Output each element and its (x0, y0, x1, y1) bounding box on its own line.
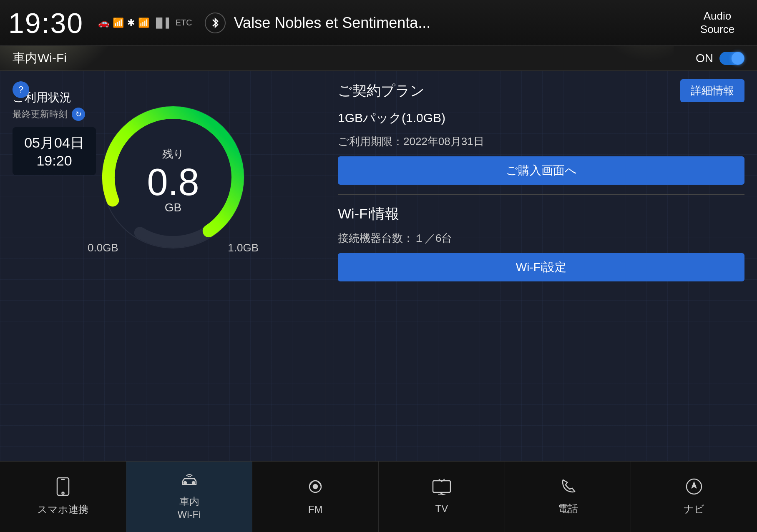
gauge-center-text: 残り 0.8 GB (147, 147, 199, 214)
wifi-toggle[interactable] (719, 52, 744, 65)
plan-name: 1GBパック(1.0GB) (338, 110, 744, 127)
purchase-button[interactable]: ご購入画面へ (338, 156, 744, 185)
gauge-labels: 0.0GB 1.0GB (83, 241, 263, 254)
plan-title: ご契約プラン (338, 81, 425, 100)
wifi-info-title: Wi-Fi情報 (338, 204, 744, 223)
car-wifi-icon (180, 473, 199, 492)
navi-icon (685, 478, 703, 499)
remaining-value: 0.8 (147, 163, 199, 201)
time-display: 19:30 (8, 7, 92, 39)
left-panel: ? ご利用状況 最終更新時刻 ↻ 05月04日 19:20 (0, 71, 325, 461)
remaining-label: 残り (147, 147, 199, 161)
nav-label-navi: ナビ (684, 502, 704, 515)
bluetooth-button[interactable] (205, 13, 226, 33)
smartphone-icon (55, 477, 70, 499)
connected-devices-text: 接続機器台数：１／6台 (338, 231, 744, 246)
bottom-nav: スマホ連携 車内 Wi-Fi FM (0, 461, 757, 532)
svg-point-9 (313, 484, 317, 489)
date-display: 05月04日 (21, 133, 88, 153)
main-content: ? ご利用状況 最終更新時刻 ↻ 05月04日 19:20 (0, 71, 757, 461)
car-icon: 🚗 (98, 18, 109, 28)
wifi-status-icon: 📶 (113, 18, 124, 28)
nav-item-tv[interactable]: TV (379, 462, 505, 532)
gauge-max-label: 1.0GB (228, 241, 259, 254)
fm-icon (306, 477, 324, 499)
toggle-knob (732, 52, 744, 65)
plan-header-row: ご契約プラン 詳細情報 (338, 79, 744, 102)
detail-button[interactable]: 詳細情報 (680, 79, 744, 102)
status-icons: 🚗 📶 ✱ 📶 ▐▌▌ ETC (98, 18, 192, 28)
nav-label-fm: FM (308, 503, 323, 516)
wifi-settings-button[interactable]: Wi-Fi設定 (338, 253, 744, 281)
svg-rect-10 (433, 481, 450, 492)
tv-icon (432, 478, 451, 499)
svg-point-5 (62, 492, 64, 494)
last-update-label: 最終更新時刻 (13, 108, 68, 120)
audio-source-button[interactable]: Audio Source (686, 6, 749, 39)
nav-label-phone: 電話 (558, 502, 578, 515)
expiry-text: ご利用期限：2022年08月31日 (338, 134, 744, 149)
time-display-small: 19:20 (21, 153, 88, 169)
battery-icon: ▐▌▌ (153, 18, 172, 28)
wifi-header: 車内Wi-Fi ON (0, 46, 757, 71)
wifi-header-title: 車内Wi-Fi (13, 50, 696, 67)
nav-label-tv: TV (435, 502, 448, 515)
top-bar: 19:30 🚗 📶 ✱ 📶 ▐▌▌ ETC Valse Nobles et Se… (0, 0, 757, 46)
svg-point-6 (184, 482, 186, 484)
nav-item-car-wifi[interactable]: 車内 Wi-Fi (126, 462, 253, 532)
nav-item-smartphone[interactable]: スマホ連携 (0, 462, 126, 532)
signal-icon: 📶 (138, 18, 149, 28)
bluetooth-status-icon: ✱ (127, 18, 135, 28)
svg-marker-14 (691, 481, 697, 489)
divider (338, 194, 744, 195)
nav-item-navi[interactable]: ナビ (631, 462, 757, 532)
toggle-row: ON (696, 52, 744, 65)
data-gauge: 残り 0.8 GB 0.0GB 1.0GB (83, 88, 263, 267)
now-playing-text: Valse Nobles et Sentimenta... (234, 14, 686, 32)
right-panel: ご契約プラン 詳細情報 1GBパック(1.0GB) ご利用期限：2022年08月… (325, 71, 757, 461)
phone-icon (560, 478, 576, 499)
nav-item-phone[interactable]: 電話 (505, 462, 631, 532)
nav-label-car-wifi: 車内 Wi-Fi (178, 495, 201, 521)
nav-item-fm[interactable]: FM (252, 462, 379, 532)
gauge-min-label: 0.0GB (88, 241, 118, 254)
help-button[interactable]: ? (13, 81, 29, 98)
svg-point-7 (192, 482, 195, 484)
etc-label: ETC (176, 18, 192, 28)
nav-label-smartphone: スマホ連携 (37, 503, 88, 516)
toggle-label: ON (696, 52, 713, 65)
